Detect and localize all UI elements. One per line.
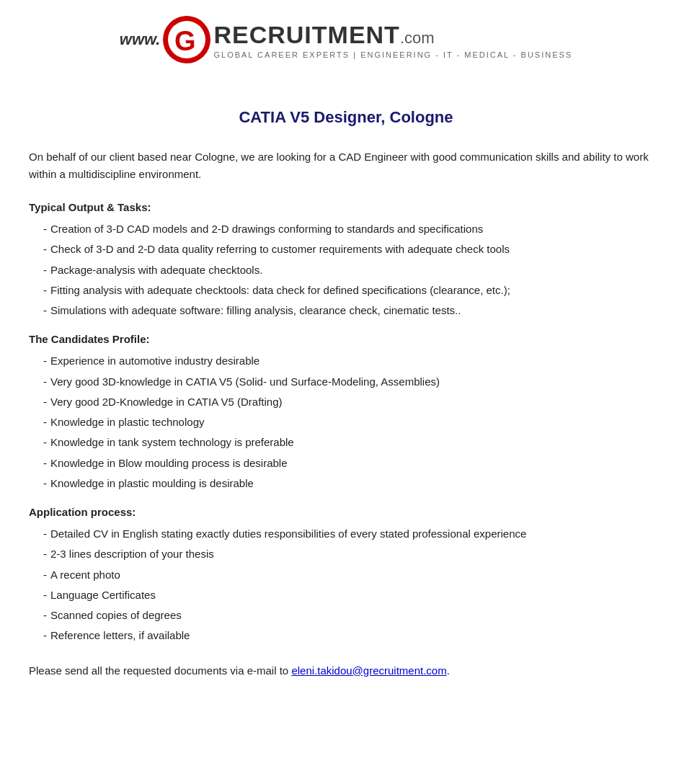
list-item: - Knowledge in Blow moulding process is … [29,455,663,471]
list-item-text: Experience in automotive industry desira… [50,352,663,369]
intro-text: On behalf of our client based near Colog… [29,148,663,183]
list-item-text: Knowledge in Blow moulding process is de… [50,455,663,471]
svg-text:G: G [174,26,196,56]
email-link[interactable]: eleni.takidou@grecruitment.com [291,664,446,677]
logo-row: www. G RECRUITMENT.com GLOBAL CAREER EXP… [29,14,663,65]
list-item: - Experience in automotive industry desi… [29,352,663,369]
bullet-dash: - [29,587,50,603]
page: www. G RECRUITMENT.com GLOBAL CAREER EXP… [0,0,692,784]
bullet-dash: - [29,241,50,257]
list-item: - 2-3 lines description of your thesis [29,545,663,562]
list-item: - Knowledge in tank system technology is… [29,434,663,450]
typical-output-section: Typical Output & Tasks: - Creation of 3-… [29,201,663,318]
list-item: - Detailed CV in English stating exactly… [29,525,663,542]
list-item: - Package-analysis with adequate checkto… [29,262,663,278]
list-item-text: Check of 3-D and 2-D data quality referr… [50,241,663,257]
list-item: - Very good 2D-Knowledge in CATIA V5 (Dr… [29,393,663,410]
logo-g-icon: G [161,14,212,65]
header: www. G RECRUITMENT.com GLOBAL CAREER EXP… [29,0,663,86]
bullet-dash: - [29,282,50,298]
closing-text-after: . [447,664,450,677]
logo-www-text: www. [120,30,161,49]
list-item-text: Knowledge in plastic technology [50,414,663,430]
job-title: CATIA V5 Designer, Cologne [29,108,663,127]
bullet-dash: - [29,627,50,643]
list-item: - Knowledge in plastic moulding is desir… [29,475,663,491]
bullet-dash: - [29,373,50,390]
list-item-text: Detailed CV in English stating exactly d… [50,525,663,542]
application-process-title: Application process: [29,506,663,518]
bullet-dash: - [29,455,50,471]
list-item: - A recent photo [29,566,663,583]
bullet-dash: - [29,262,50,278]
bullet-dash: - [29,607,50,623]
list-item: - Scanned copies of degrees [29,607,663,623]
candidates-profile-list: - Experience in automotive industry desi… [29,352,663,491]
list-item-text: Very good 3D-knowledge in CATIA V5 (Soli… [50,373,663,390]
candidates-profile-section: The Candidates Profile: - Experience in … [29,333,663,491]
list-item-text: Fitting analysis with adequate checktool… [50,282,663,298]
bullet-dash: - [29,475,50,491]
bullet-dash: - [29,545,50,562]
list-item-text: Simulations with adequate software: fill… [50,302,663,318]
typical-output-title: Typical Output & Tasks: [29,201,663,213]
bullet-dash: - [29,525,50,542]
application-process-section: Application process: - Detailed CV in En… [29,506,663,644]
list-item-text: Very good 2D-Knowledge in CATIA V5 (Draf… [50,393,663,410]
logo-right: RECRUITMENT.com GLOBAL CAREER EXPERTS | … [213,21,572,59]
list-item: - Check of 3-D and 2-D data quality refe… [29,241,663,257]
bullet-dash: - [29,414,50,430]
candidates-profile-title: The Candidates Profile: [29,333,663,345]
list-item: - Creation of 3-D CAD models and 2-D dra… [29,220,663,237]
list-item: - Very good 3D-knowledge in CATIA V5 (So… [29,373,663,390]
logo-subtitle: GLOBAL CAREER EXPERTS | ENGINEERING - IT… [213,50,572,59]
bullet-dash: - [29,352,50,369]
list-item-text: A recent photo [50,566,663,583]
bullet-dash: - [29,302,50,318]
list-item: - Language Certificates [29,587,663,603]
list-item-text: Knowledge in tank system technology is p… [50,434,663,450]
list-item-text: 2-3 lines description of your thesis [50,545,663,562]
closing-text: Please send all the requested documents … [29,662,663,680]
application-process-list: - Detailed CV in English stating exactly… [29,525,663,644]
list-item-text: Knowledge in plastic moulding is desirab… [50,475,663,491]
list-item-text: Scanned copies of degrees [50,607,663,623]
list-item: - Simulations with adequate software: fi… [29,302,663,318]
list-item-text: Reference letters, if available [50,627,663,643]
bullet-dash: - [29,220,50,237]
list-item: - Fitting analysis with adequate checkto… [29,282,663,298]
list-item: - Reference letters, if available [29,627,663,643]
logo-recruitment-text: RECRUITMENT.com [213,21,434,49]
list-item: - Knowledge in plastic technology [29,414,663,430]
list-item-text: Creation of 3-D CAD models and 2-D drawi… [50,220,663,237]
bullet-dash: - [29,434,50,450]
list-item-text: Package-analysis with adequate checktool… [50,262,663,278]
bullet-dash: - [29,566,50,583]
bullet-dash: - [29,393,50,410]
typical-output-list: - Creation of 3-D CAD models and 2-D dra… [29,220,663,318]
closing-text-before: Please send all the requested documents … [29,664,291,677]
list-item-text: Language Certificates [50,587,663,603]
